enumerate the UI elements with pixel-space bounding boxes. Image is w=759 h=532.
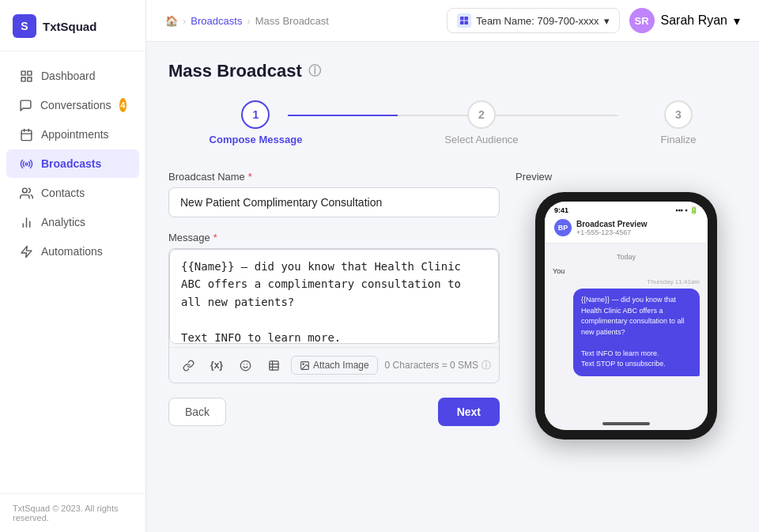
- automations-icon: [19, 244, 33, 258]
- team-name: Team Name: 709-700-xxxx: [476, 15, 599, 27]
- phone-header: BP Broadcast Preview +1-555-123-4567: [545, 214, 708, 243]
- content-area: Mass Broadcast ⓘ 1 Compose Message 2 Sel…: [146, 42, 759, 532]
- svg-rect-17: [465, 21, 469, 25]
- sidebar-item-label: Automations: [41, 245, 103, 258]
- footer-text: TxtSquad © 2023. All rights reserved.: [13, 504, 118, 523]
- sidebar-item-analytics[interactable]: Analytics: [6, 208, 139, 236]
- preview-title: Preview: [515, 171, 737, 183]
- svg-rect-21: [269, 360, 278, 369]
- message-label: Message *: [168, 232, 500, 243]
- action-buttons: Back Next: [168, 398, 500, 426]
- chevron-down-icon: ▾: [734, 13, 740, 28]
- breadcrumb-sep-1: ›: [183, 15, 186, 27]
- info-icon: ⓘ: [481, 359, 491, 372]
- variable-button[interactable]: {x}: [206, 354, 228, 376]
- phone-time: 9:41: [554, 206, 568, 214]
- sender-label: You: [553, 267, 700, 275]
- sidebar-item-label: Conversations: [40, 99, 111, 111]
- next-button[interactable]: Next: [438, 398, 500, 426]
- step-circle-3: 3: [664, 100, 693, 129]
- link-button[interactable]: [177, 354, 199, 376]
- broadcast-icon: [19, 157, 33, 171]
- user-name: Sarah Ryan: [661, 13, 728, 28]
- phone-contact-number: +1-555-123-4567: [576, 228, 648, 236]
- breadcrumb-sep-2: ›: [247, 15, 250, 27]
- message-textarea[interactable]: {{Name}} — did you know that Health Clin…: [169, 249, 499, 344]
- sidebar-item-automations[interactable]: Automations: [6, 237, 139, 266]
- date-label: Today: [553, 253, 700, 261]
- form-preview-area: Broadcast Name * Message * {{Name}} — di…: [168, 171, 737, 440]
- breadcrumb: 🏠 › Broadcasts › Mass Broadcast: [165, 15, 329, 27]
- sidebar: S TxtSquad Dashboard Conversations 4 App…: [0, 0, 146, 532]
- sidebar-item-appointments[interactable]: Appointments: [6, 120, 139, 149]
- message-group: Message * {{Name}} — did you know that H…: [168, 232, 500, 383]
- contacts-icon: [19, 186, 33, 200]
- sidebar-nav: Dashboard Conversations 4 Appointments B…: [0, 51, 145, 493]
- team-icon: [457, 13, 471, 28]
- sidebar-item-label: Dashboard: [41, 70, 96, 82]
- message-bubble: {{Name}} — did you know that Health Clin…: [573, 289, 700, 376]
- time-sent-label: Thursday 11:41am: [553, 278, 700, 285]
- broadcast-name-label: Broadcast Name *: [168, 171, 500, 183]
- logo-text: TxtSquad: [43, 20, 96, 33]
- svg-marker-13: [21, 246, 32, 257]
- bp-avatar: BP: [554, 219, 572, 236]
- emoji-button[interactable]: [234, 354, 256, 376]
- svg-rect-16: [460, 21, 464, 25]
- user-info[interactable]: SR Sarah Ryan ▾: [629, 8, 741, 33]
- conversations-badge: 4: [119, 98, 127, 112]
- svg-point-8: [25, 163, 28, 165]
- sidebar-item-label: Appointments: [41, 128, 109, 141]
- phone-status-bar: 9:41 ▪▪▪ ▪ 🔋: [545, 202, 708, 214]
- main-area: 🏠 › Broadcasts › Mass Broadcast Team Nam…: [146, 0, 759, 532]
- required-star: *: [248, 171, 252, 183]
- step-circle-2: 2: [467, 100, 496, 129]
- phone-mockup: 9:41 ▪▪▪ ▪ 🔋 BP Broadcast Preview +1-555…: [535, 192, 717, 440]
- svg-rect-0: [21, 71, 25, 75]
- form-area: Broadcast Name * Message * {{Name}} — di…: [168, 171, 500, 440]
- topbar-right: Team Name: 709-700-xxxx ▾ SR Sarah Ryan …: [447, 8, 740, 33]
- sidebar-item-broadcasts[interactable]: Broadcasts: [6, 149, 139, 178]
- message-toolbar: {x} Attach Image: [169, 347, 499, 383]
- sidebar-item-dashboard[interactable]: Dashboard: [6, 62, 139, 90]
- team-selector[interactable]: Team Name: 709-700-xxxx ▾: [447, 8, 619, 33]
- phone-contact-name: Broadcast Preview: [576, 220, 648, 228]
- svg-rect-2: [27, 77, 31, 81]
- sidebar-item-label: Contacts: [41, 187, 85, 199]
- home-icon[interactable]: 🏠: [165, 15, 178, 27]
- stepper-step-1: 1 Compose Message: [210, 100, 303, 145]
- chat-icon: [19, 98, 32, 112]
- phone-body: Today You Thursday 11:41am {{Name}} — di…: [545, 243, 708, 417]
- step-label-2: Select Audience: [444, 134, 518, 145]
- broadcast-name-input[interactable]: [168, 187, 500, 217]
- broadcast-name-group: Broadcast Name *: [168, 171, 500, 217]
- svg-point-23: [303, 363, 304, 364]
- phone-signal: ▪▪▪ ▪ 🔋: [675, 206, 698, 214]
- table-button[interactable]: [262, 354, 285, 376]
- message-box: {{Name}} — did you know that Health Clin…: [168, 248, 500, 383]
- sidebar-item-conversations[interactable]: Conversations 4: [6, 91, 139, 119]
- chevron-down-icon: ▾: [604, 15, 610, 27]
- svg-point-9: [22, 188, 27, 193]
- attach-image-label: Attach Image: [313, 360, 369, 371]
- svg-rect-14: [460, 17, 464, 21]
- step-label-3: Finalize: [661, 134, 697, 145]
- avatar: SR: [629, 8, 655, 33]
- svg-rect-15: [465, 17, 469, 21]
- logo-icon: S: [13, 14, 36, 38]
- svg-rect-4: [21, 130, 32, 140]
- sidebar-item-label: Broadcasts: [41, 157, 101, 170]
- stepper: 1 Compose Message 2 Select Audience 3 Fi…: [168, 100, 737, 145]
- stepper-step-3: 3 Finalize: [661, 100, 697, 145]
- breadcrumb-broadcasts[interactable]: Broadcasts: [191, 15, 242, 27]
- svg-point-18: [240, 360, 251, 371]
- svg-rect-3: [21, 77, 25, 81]
- char-count: 0 Characters = 0 SMS ⓘ: [385, 359, 491, 372]
- attach-image-button[interactable]: Attach Image: [291, 356, 378, 375]
- sidebar-item-contacts[interactable]: Contacts: [6, 179, 139, 207]
- home-indicator: [602, 422, 650, 425]
- step-circle-1: 1: [241, 100, 270, 129]
- back-button[interactable]: Back: [168, 398, 226, 426]
- grid-icon: [19, 69, 33, 83]
- logo-area[interactable]: S TxtSquad: [0, 0, 145, 51]
